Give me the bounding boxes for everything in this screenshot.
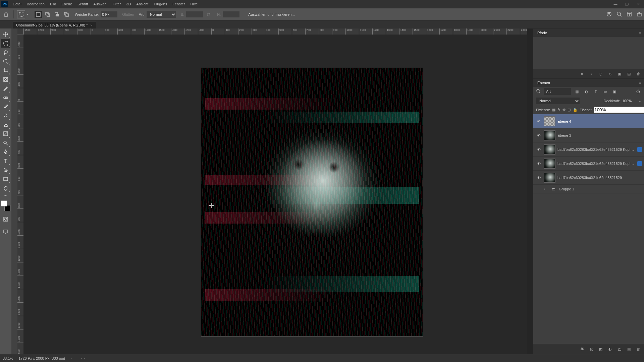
layer-name[interactable]: bad7ba82c60283ba0f21e62e43521529 Kopie 3 [557, 162, 635, 166]
ruler-origin[interactable] [17, 28, 23, 35]
layer-thumbnail[interactable] [544, 130, 555, 140]
lock-paint-icon[interactable]: ✎ [557, 107, 560, 113]
lock-artboard-icon[interactable]: ▢ [568, 107, 571, 113]
selection-intersect-icon[interactable] [63, 11, 70, 18]
filter-smart-icon[interactable]: ▣ [611, 88, 618, 95]
selection-subtract-icon[interactable] [53, 11, 61, 18]
layer-thumbnail[interactable] [544, 159, 555, 169]
tool-preset-picker[interactable] [17, 10, 25, 18]
menu-window[interactable]: Fenster [170, 1, 187, 7]
frame-tool[interactable] [1, 75, 10, 84]
style-select[interactable]: Normal [147, 11, 176, 18]
home-button[interactable] [2, 10, 10, 18]
layer-row[interactable]: 👁bad7ba82c60283ba0f21e62e43521529 Kopie … [533, 157, 644, 171]
selection-new-icon[interactable] [35, 11, 42, 18]
layer-thumbnail[interactable] [544, 173, 555, 183]
layer-visibility-icon[interactable]: 👁 [535, 147, 542, 152]
nav-next-icon[interactable]: › [84, 356, 85, 360]
layer-thumbnail[interactable] [544, 116, 555, 126]
layer-row[interactable]: 👁Ebene 3 [533, 128, 644, 142]
adjustment-layer-icon[interactable]: ◐ [607, 346, 613, 352]
tab-layers[interactable]: Ebenen [536, 80, 551, 85]
layer-visibility-icon[interactable]: 👁 [535, 162, 542, 166]
screenmode-toggle[interactable] [1, 227, 10, 236]
menu-help[interactable]: Hilfe [187, 1, 200, 7]
layer-filter-select[interactable] [544, 88, 571, 95]
tab-paths[interactable]: Pfade [536, 30, 548, 36]
close-button[interactable]: ✕ [633, 0, 644, 8]
fill-path-icon[interactable]: ● [579, 71, 585, 77]
feather-input[interactable] [101, 11, 117, 17]
menu-select[interactable]: Auswahl [91, 1, 110, 7]
path-to-selection-icon[interactable]: ◌ [598, 71, 604, 77]
filter-type-icon[interactable]: T [592, 88, 599, 95]
pen-tool[interactable] [1, 147, 10, 156]
delete-path-icon[interactable]: 🗑 [635, 71, 641, 77]
cloud-docs-icon[interactable] [606, 11, 612, 17]
layer-thumbnail[interactable]: 🗀 [550, 186, 557, 192]
clone-stamp-tool[interactable] [1, 111, 10, 120]
nav-prev-icon[interactable]: ‹ [81, 356, 83, 360]
link-layers-icon[interactable]: ⌘ [579, 346, 585, 352]
gradient-tool[interactable] [1, 129, 10, 138]
group-expand-icon[interactable]: › [544, 187, 548, 191]
delete-layer-icon[interactable]: 🗑 [635, 346, 641, 352]
menu-image[interactable]: Bild [47, 1, 59, 7]
layer-name[interactable]: bad7ba82c60283ba0f21e62e43521529 [557, 176, 642, 180]
artboard[interactable] [201, 68, 423, 336]
layer-visibility-icon[interactable]: 👁 [535, 176, 542, 180]
menu-plugins[interactable]: Plug-ins [151, 1, 170, 7]
eraser-tool[interactable] [1, 120, 10, 129]
dropdown-icon[interactable]: ⌵ [639, 99, 641, 103]
add-mask-icon[interactable]: ▣ [616, 71, 623, 77]
layer-name[interactable]: Gruppe 1 [559, 187, 642, 191]
collapsed-dock[interactable] [11, 28, 17, 354]
opacity-input[interactable] [622, 98, 637, 104]
layer-thumbnail[interactable] [544, 144, 555, 155]
maximize-button[interactable]: ▢ [621, 0, 633, 8]
panel-menu-icon[interactable]: ≡ [639, 31, 641, 35]
blend-mode-select[interactable]: Normal [536, 98, 580, 104]
menu-layer[interactable]: Ebene [59, 1, 75, 7]
filter-shape-icon[interactable]: ▭ [602, 88, 608, 95]
eyedropper-tool[interactable] [1, 84, 10, 93]
selection-to-path-icon[interactable]: ◇ [607, 71, 613, 77]
search-icon[interactable] [616, 11, 622, 17]
canvas-viewport[interactable] [23, 35, 527, 354]
zoom-level[interactable]: 38,1% [3, 356, 13, 360]
panel-menu-icon[interactable]: ≡ [639, 81, 641, 85]
filter-toggle-icon[interactable]: ⏻ [635, 88, 641, 95]
shape-tool[interactable] [1, 175, 10, 183]
layer-row[interactable]: 👁bad7ba82c60283ba0f21e62e43521529 [533, 171, 644, 185]
lock-all-icon[interactable]: 🔒 [573, 107, 578, 113]
layer-row[interactable]: 👁bad7ba82c60283ba0f21e62e43521529 Kopie … [533, 142, 644, 157]
quickmask-toggle[interactable] [1, 215, 10, 224]
layer-row[interactable]: 👁Ebene 4 [533, 114, 644, 128]
menu-3d[interactable]: 3D [123, 1, 133, 7]
layer-visibility-icon[interactable]: 👁 [535, 133, 542, 137]
quick-select-tool[interactable] [1, 57, 10, 66]
ruler-vertical[interactable]: -400-300-200-100010020030040050060070080… [17, 35, 23, 354]
filter-pixel-icon[interactable]: ▦ [574, 88, 580, 95]
dodge-tool[interactable] [1, 138, 10, 147]
tab-close-icon[interactable]: × [90, 23, 92, 27]
lasso-tool[interactable] [1, 48, 10, 57]
color-swatches[interactable] [1, 200, 10, 211]
layer-name[interactable]: bad7ba82c60283ba0f21e62e43521529 Kopie 4 [557, 147, 635, 152]
minimize-button[interactable]: ― [610, 0, 621, 8]
edit-toolbar-icon[interactable]: ⋯ [1, 193, 10, 199]
menu-type[interactable]: Schrift [75, 1, 91, 7]
document-dimensions[interactable]: 1726 Px x 2000 Px (300 ppi) [18, 356, 65, 360]
hand-tool[interactable] [1, 184, 10, 192]
menu-edit[interactable]: Bearbeiten [24, 1, 47, 7]
paths-panel-body[interactable] [533, 37, 644, 69]
info-chevron-icon[interactable]: › [70, 356, 72, 360]
menu-file[interactable]: Datei [10, 1, 24, 7]
layer-list[interactable]: 👁Ebene 4👁Ebene 3👁bad7ba82c60283ba0f21e62… [533, 114, 644, 344]
share-icon[interactable] [637, 11, 642, 17]
healing-brush-tool[interactable] [1, 93, 10, 102]
marquee-tool[interactable] [1, 39, 10, 48]
selection-add-icon[interactable] [44, 11, 51, 18]
lock-position-icon[interactable]: ✥ [562, 107, 566, 113]
menu-view[interactable]: Ansicht [133, 1, 151, 7]
